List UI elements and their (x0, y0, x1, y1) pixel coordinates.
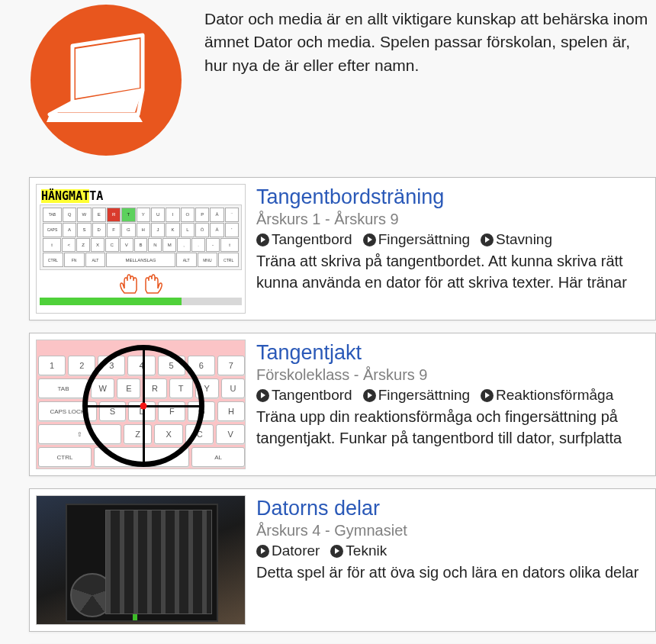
item-grades: Förskoleklass - Årskurs 9 (256, 366, 649, 384)
item-tags: Datorer Teknik (256, 543, 649, 559)
item-thumbnail[interactable]: 1234567TABWERTYUCAPS LOCKSDFGH⇧ZXCVCTRLA… (36, 340, 246, 469)
tag-label: Tangentbord (272, 231, 352, 248)
list-item[interactable]: 1234567TABWERTYUCAPS LOCKSDFGH⇧ZXCVCTRLA… (29, 333, 656, 476)
tag[interactable]: Tangentbord (256, 231, 352, 248)
intro-text: Dator och media är en allt viktigare kun… (204, 0, 656, 77)
tag-label: Fingersättning (378, 231, 470, 248)
item-grades: Årskurs 4 - Gymnasiet (256, 522, 649, 539)
item-grades: Årskurs 1 - Årskurs 9 (256, 211, 649, 228)
tag[interactable]: Fingersättning (363, 231, 470, 248)
tag-label: Stavning (496, 231, 552, 248)
tag-label: Teknik (346, 543, 387, 559)
item-description: Detta spel är för att öva sig och lära e… (256, 562, 649, 583)
tag-label: Tangentbord (272, 387, 352, 404)
item-title[interactable]: Datorns delar (256, 497, 649, 520)
play-icon (481, 233, 494, 246)
tag-label: Fingersättning (378, 387, 470, 404)
item-thumbnail[interactable]: HÄNGMATTA TABQWERTYUIOPÅ¨CAPSASDFGHJKLÖÄ… (36, 184, 246, 314)
play-icon (481, 389, 494, 402)
item-description: Träna att skriva på tangentbordet. Att k… (256, 250, 649, 293)
tag[interactable]: Datorer (256, 543, 320, 559)
tag[interactable]: Tangentbord (256, 387, 352, 404)
play-icon (256, 389, 269, 402)
tag-label: Datorer (272, 543, 320, 559)
list-item[interactable]: HÄNGMATTA TABQWERTYUIOPÅ¨CAPSASDFGHJKLÖÄ… (29, 177, 656, 320)
tag[interactable]: Fingersättning (363, 387, 470, 404)
item-title[interactable]: Tangentjakt (256, 341, 649, 365)
play-icon (330, 545, 343, 558)
tag[interactable]: Reaktionsförmåga (481, 387, 613, 404)
play-icon (363, 233, 376, 246)
category-icon (31, 5, 182, 156)
item-title[interactable]: Tangentbordsträning (256, 185, 649, 209)
play-icon (256, 233, 269, 246)
item-tags: Tangentbord Fingersättning Stavning (256, 231, 649, 248)
play-icon (363, 389, 376, 402)
item-thumbnail[interactable] (36, 495, 246, 625)
tag-label: Reaktionsförmåga (496, 387, 613, 404)
laptop-icon (45, 31, 167, 130)
item-tags: Tangentbord Fingersättning Reaktionsförm… (256, 387, 649, 404)
item-description: Träna upp din reaktionsförmåga och finge… (256, 406, 649, 449)
play-icon (256, 545, 269, 558)
tag[interactable]: Stavning (481, 231, 552, 248)
tag[interactable]: Teknik (330, 543, 387, 559)
list-item[interactable]: Datorns delar Årskurs 4 - Gymnasiet Dato… (29, 488, 656, 632)
